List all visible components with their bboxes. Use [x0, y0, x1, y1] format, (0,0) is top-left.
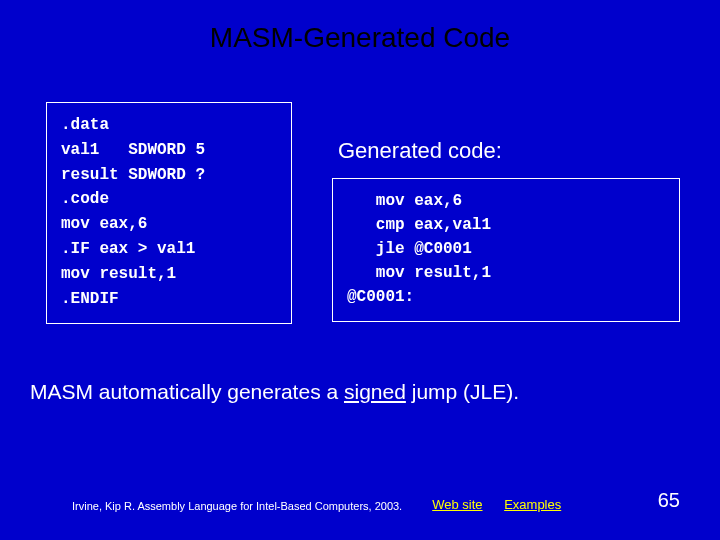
- explain-post: jump (JLE).: [406, 380, 519, 403]
- explain-pre: MASM automatically generates a: [30, 380, 344, 403]
- content-row: .data val1 SDWORD 5 result SDWORD ? .cod…: [0, 102, 720, 324]
- generated-code-box: mov eax,6 cmp eax,val1 jle @C0001 mov re…: [332, 178, 680, 322]
- explanation-text: MASM automatically generates a signed ju…: [0, 380, 720, 404]
- generated-label: Generated code:: [338, 138, 680, 164]
- link-examples[interactable]: Examples: [504, 497, 561, 512]
- citation: Irvine, Kip R. Assembly Language for Int…: [72, 500, 402, 512]
- footer: Irvine, Kip R. Assembly Language for Int…: [0, 489, 720, 512]
- slide-title: MASM-Generated Code: [0, 0, 720, 54]
- footer-links: Web site Examples: [432, 497, 579, 512]
- explain-underlined: signed: [344, 380, 406, 403]
- generated-column: Generated code: mov eax,6 cmp eax,val1 j…: [332, 102, 680, 324]
- page-number: 65: [658, 489, 680, 512]
- source-code-box: .data val1 SDWORD 5 result SDWORD ? .cod…: [46, 102, 292, 324]
- link-web-site[interactable]: Web site: [432, 497, 482, 512]
